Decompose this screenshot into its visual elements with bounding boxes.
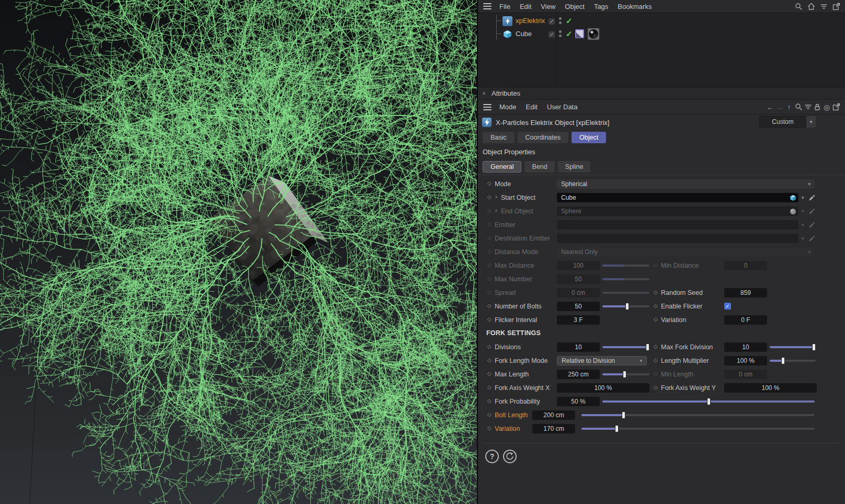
bolt-variation-slider[interactable]	[581, 424, 815, 433]
close-icon[interactable]: ×	[482, 90, 489, 97]
layer-edit-icon[interactable]	[549, 18, 555, 25]
state-dots-icon[interactable]	[559, 30, 562, 37]
phong-tag-icon[interactable]	[575, 29, 584, 38]
divisions-field[interactable]: 10	[557, 342, 600, 352]
slider-handle[interactable]	[707, 398, 711, 405]
fork-axis-weight-fork-axis-weight-y-field[interactable]: 100 %	[724, 383, 817, 393]
search-icon[interactable]	[794, 2, 803, 11]
spread-slider[interactable]	[602, 288, 649, 297]
max-distance-slider[interactable]	[602, 261, 649, 270]
help-icon[interactable]: ?	[485, 450, 499, 463]
divisions-max-fork-division-r-slider[interactable]	[770, 342, 816, 352]
slider-handle[interactable]	[781, 357, 785, 364]
spread-field[interactable]: 0 cm	[557, 288, 600, 297]
state-dots-icon[interactable]	[559, 17, 562, 24]
max-length-min-length-field[interactable]: 0 cm	[724, 370, 767, 379]
expander-icon[interactable]: ›	[495, 193, 497, 200]
menu-item-bookmarks[interactable]: Bookmarks	[613, 3, 656, 10]
home-icon[interactable]	[806, 2, 816, 11]
distance-mode-dropdown[interactable]: Nearest Only▾	[557, 247, 815, 257]
max-distance-field[interactable]: 100	[557, 261, 600, 270]
enabled-check-icon[interactable]: ✓	[566, 29, 573, 39]
enabled-check-icon[interactable]: ✓	[566, 16, 573, 26]
menu-item-object[interactable]: Object	[560, 3, 589, 10]
attr-menu-item-edit[interactable]: Edit	[521, 103, 542, 111]
mode-dropdown[interactable]: Spherical▾	[557, 179, 815, 189]
divisions-slider[interactable]	[602, 342, 649, 352]
fork-length-mode-length-multiplier-r-slider[interactable]	[770, 356, 816, 365]
chevron-down-icon[interactable]: ▾	[806, 116, 816, 128]
object-row-cube[interactable]: Cube✓	[478, 28, 845, 41]
preset-dropdown[interactable]: Custom ▾	[759, 116, 816, 128]
attr-menu-item-mode[interactable]: Mode	[495, 103, 521, 111]
end-object-field[interactable]: Sphere	[557, 207, 798, 216]
reset-icon[interactable]	[503, 450, 517, 463]
material-ball-icon[interactable]	[588, 28, 599, 40]
chevron-down-icon[interactable]: ▾	[802, 195, 804, 200]
preset-value[interactable]: Custom	[759, 116, 806, 128]
fork-probability-slider[interactable]	[602, 397, 815, 406]
menu-item-view[interactable]: View	[536, 3, 560, 10]
number-of-bolts-slider[interactable]	[602, 302, 649, 311]
viewport-3d[interactable]	[0, 0, 477, 504]
eyedropper-icon[interactable]	[808, 221, 815, 231]
emitter-field[interactable]	[557, 220, 798, 230]
chevron-down-icon[interactable]: ▾	[802, 222, 804, 227]
viewport-canvas[interactable]	[0, 0, 477, 504]
filter-icon[interactable]	[819, 2, 828, 11]
max-length-slider[interactable]	[602, 370, 649, 379]
slider-handle[interactable]	[625, 303, 629, 310]
divisions-max-fork-division-field[interactable]: 10	[724, 342, 767, 352]
eyedropper-icon[interactable]	[808, 235, 815, 244]
flicker-interval-field[interactable]: 3 F	[557, 315, 600, 325]
menu-hamburger-icon[interactable]	[483, 3, 492, 9]
object-row-xpelektrix[interactable]: xpElektrix✓	[478, 15, 845, 28]
number-of-bolts-field[interactable]: 50	[557, 302, 600, 311]
lock-icon[interactable]	[813, 102, 822, 112]
max-length-field[interactable]: 250 cm	[557, 370, 600, 379]
start-object-field[interactable]: Cube	[557, 193, 798, 202]
object-name[interactable]: Cube	[516, 30, 532, 38]
target-icon[interactable]: ◎	[822, 102, 831, 112]
bolt-variation-field[interactable]: 170 cm	[532, 424, 575, 433]
fork-length-mode-length-multiplier-field[interactable]: 100 %	[724, 356, 767, 365]
subtab-spline[interactable]: Spline	[558, 161, 591, 173]
max-number-field[interactable]: 50	[557, 274, 600, 284]
eyedropper-icon[interactable]	[808, 208, 815, 217]
tab-basic[interactable]: Basic	[483, 132, 515, 143]
menu-item-tags[interactable]: Tags	[589, 3, 613, 10]
slider-handle[interactable]	[646, 343, 649, 351]
fork-length-mode-dropdown[interactable]: Relative to Division▾	[557, 356, 647, 365]
search-icon[interactable]	[794, 102, 803, 112]
spread-random-seed-field[interactable]: 859	[724, 288, 767, 297]
up-arrow-icon[interactable]: ↑	[784, 102, 794, 112]
number-of-bolts-enable-flicker-checkbox[interactable]: ✓	[724, 303, 731, 310]
bolt-length-field[interactable]: 200 cm	[532, 410, 575, 420]
popout-icon[interactable]	[831, 102, 841, 112]
slider-handle[interactable]	[622, 411, 625, 419]
expander-icon[interactable]: ›	[495, 207, 497, 213]
chevron-down-icon[interactable]: ▾	[802, 236, 804, 241]
chevron-down-icon[interactable]: ▾	[802, 209, 804, 214]
forward-arrow-icon[interactable]: →	[775, 102, 784, 112]
object-name[interactable]: xpElektrix	[516, 17, 545, 25]
popout-icon[interactable]	[831, 2, 841, 11]
subtab-bend[interactable]: Bend	[524, 161, 554, 173]
slider-handle[interactable]	[623, 371, 626, 378]
max-number-slider[interactable]	[602, 274, 649, 284]
destination-emitter-field[interactable]	[557, 234, 798, 243]
layer-edit-icon[interactable]	[549, 31, 555, 38]
fork-axis-weight-field[interactable]: 100 %	[557, 383, 649, 393]
menu-hamburger-icon[interactable]	[483, 104, 492, 110]
bolt-length-slider[interactable]	[581, 410, 815, 420]
slider-handle[interactable]	[615, 425, 619, 432]
subtab-general[interactable]: General	[483, 161, 521, 173]
tab-coordinates[interactable]: Coordinates	[518, 132, 568, 143]
attr-menu-item-user-data[interactable]: User Data	[542, 103, 583, 111]
tab-object[interactable]: Object	[572, 132, 606, 143]
max-distance-min-distance-field[interactable]: 0	[724, 261, 767, 270]
menu-item-edit[interactable]: Edit	[515, 3, 536, 10]
fork-probability-field[interactable]: 50 %	[557, 397, 600, 406]
back-arrow-icon[interactable]: ←	[766, 102, 775, 112]
menu-item-file[interactable]: File	[495, 3, 515, 10]
